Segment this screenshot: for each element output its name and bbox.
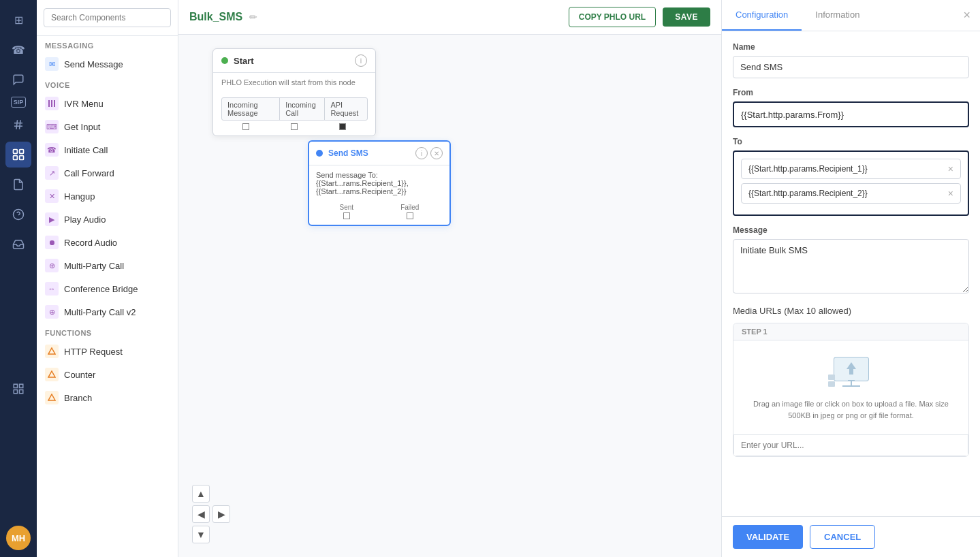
search-box (37, 0, 178, 36)
start-node-title: Start (234, 56, 254, 66)
send-message-item[interactable]: ✉ Send Message (37, 52, 178, 76)
svg-rect-16 (54, 100, 55, 107)
validate-button[interactable]: VALIDATE (733, 525, 803, 549)
http-request-icon (45, 345, 59, 358)
sms-node-footer: Sent Failed (309, 201, 449, 225)
counter-item[interactable]: Counter (37, 363, 178, 386)
name-input[interactable] (733, 56, 969, 78)
hangup-icon: ✕ (45, 189, 59, 203)
api-request-tab[interactable]: API Request (324, 97, 368, 121)
flow-icon[interactable] (5, 142, 31, 168)
incoming-call-tab[interactable]: Incoming Call (279, 97, 325, 121)
to-tag-1-remove[interactable]: × (948, 163, 953, 174)
call-forward-item[interactable]: ↗ Call Forward (37, 161, 178, 185)
incoming-message-tab[interactable]: Incoming Message (221, 97, 280, 121)
sip-icon[interactable]: SIP (11, 97, 27, 108)
zoom-up-button[interactable]: ▲ (192, 485, 210, 503)
multi-party-call-item[interactable]: ⊕ Multi-Party Call (37, 254, 178, 277)
initiate-call-item[interactable]: ☎ Initiate Call (37, 138, 178, 161)
branch-item[interactable]: Branch (37, 386, 178, 409)
play-audio-item[interactable]: ▶ Play Audio (37, 208, 178, 231)
tab-information[interactable]: Information (802, 0, 873, 31)
http-request-item[interactable]: HTTP Request (37, 340, 178, 363)
left-navigation: ⊞ ☎ SIP MH (0, 0, 37, 557)
conference-bridge-item[interactable]: ↔ Conference Bridge (37, 277, 178, 300)
record-audio-icon: ⏺ (45, 236, 59, 249)
tab-configuration[interactable]: Configuration (722, 0, 802, 31)
multi-party-v2-item[interactable]: ⊕ Multi-Party Call v2 (37, 300, 178, 323)
svg-rect-15 (51, 100, 52, 107)
sent-connector: Sent (340, 204, 354, 219)
to-section: {{Start.http.params.Recipient_1}} × {{St… (733, 150, 969, 216)
start-node-tabs: Incoming Message Incoming Call API Reque… (213, 92, 375, 121)
upload-area[interactable]: Drag an image file or click on box to up… (733, 340, 968, 434)
help-icon[interactable] (5, 202, 31, 227)
chat-icon[interactable] (5, 67, 31, 93)
panel-header: Configuration Information × (722, 0, 980, 31)
hash-icon[interactable] (5, 112, 31, 138)
sms-info-button[interactable]: i (415, 147, 428, 159)
step-header: STEP 1 (733, 323, 968, 340)
start-connectors (213, 121, 375, 136)
counter-icon (45, 368, 59, 381)
zoom-down-button[interactable]: ▼ (192, 526, 210, 543)
start-info-button[interactable]: i (355, 54, 367, 67)
start-node-header: Start i (213, 49, 375, 73)
sms-action-buttons: i ✕ (415, 147, 443, 159)
to-tag-2-remove[interactable]: × (948, 188, 953, 199)
sms-node-title: Send SMS (328, 148, 368, 158)
svg-rect-31 (828, 381, 835, 387)
svg-rect-4 (14, 150, 18, 154)
user-avatar[interactable]: MH (6, 526, 31, 550)
svg-rect-13 (14, 390, 17, 394)
to-tag-2: {{Start.http.params.Recipient_2}} × (741, 183, 961, 204)
right-panel: Configuration Information × Name From To… (721, 0, 980, 557)
canvas-body: Start i PHLO Execution will start from t… (178, 35, 721, 557)
url-input[interactable] (733, 434, 968, 456)
svg-rect-12 (20, 390, 23, 394)
start-node: Start i PHLO Execution will start from t… (212, 48, 376, 136)
search-input[interactable] (44, 8, 171, 27)
upload-icon (827, 354, 875, 392)
canvas-area: Bulk_SMS ✏ COPY PHLO URL SAVE Start i PH… (178, 0, 721, 557)
canvas-nav-row: ◀ ▶ (192, 505, 230, 523)
panel-footer: VALIDATE CANCEL (722, 516, 980, 557)
svg-rect-7 (20, 156, 24, 160)
phone-icon[interactable]: ☎ (5, 37, 31, 63)
panel-close-button[interactable]: × (953, 1, 980, 29)
panel-body: Name From To {{Start.http.params.Recipie… (722, 31, 980, 516)
hangup-item[interactable]: ✕ Hangup (37, 185, 178, 208)
apps-icon[interactable] (5, 376, 31, 402)
inbox-icon[interactable] (5, 232, 31, 257)
svg-marker-17 (48, 348, 55, 354)
home-icon[interactable]: ⊞ (5, 7, 31, 33)
connector-sent (343, 212, 350, 219)
get-input-item[interactable]: ⌨ Get Input (37, 115, 178, 138)
initiate-call-icon: ☎ (45, 143, 59, 157)
record-audio-item[interactable]: ⏺ Record Audio (37, 231, 178, 254)
cancel-button[interactable]: CANCEL (810, 525, 875, 549)
save-button[interactable]: SAVE (663, 7, 710, 27)
from-field-wrapper[interactable] (733, 101, 969, 127)
branch-icon (45, 391, 59, 404)
from-input[interactable] (741, 110, 961, 120)
svg-rect-11 (20, 384, 23, 387)
edit-title-icon[interactable]: ✏ (249, 12, 257, 22)
messaging-section: Messaging ✉ Send Message (37, 36, 178, 76)
pan-left-button[interactable]: ◀ (192, 505, 210, 523)
ivr-menu-item[interactable]: IVR Menu (37, 92, 178, 115)
sms-close-button[interactable]: ✕ (430, 147, 443, 159)
multi-party-icon: ⊕ (45, 259, 59, 272)
copy-phlo-button[interactable]: COPY PHLO URL (569, 7, 656, 27)
message-textarea[interactable]: Initiate Bulk SMS (733, 239, 969, 293)
call-forward-icon: ↗ (45, 166, 59, 180)
to-label: To (733, 137, 969, 146)
pan-right-button[interactable]: ▶ (212, 505, 230, 523)
start-node-body: PHLO Execution will start from this node (213, 73, 375, 92)
svg-rect-30 (828, 375, 835, 380)
sms-node-header: Send SMS i ✕ (309, 142, 449, 165)
connector-incoming-call (291, 123, 298, 130)
upload-hint: Drag an image file or click on box to up… (747, 398, 955, 421)
svg-rect-6 (14, 156, 18, 160)
log-icon[interactable] (5, 172, 31, 197)
